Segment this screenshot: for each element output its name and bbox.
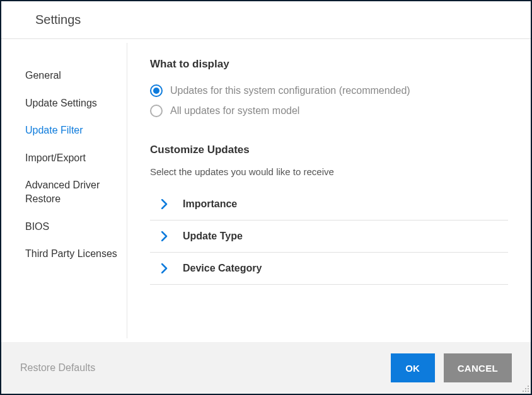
svg-point-1 [525, 388, 526, 389]
radio-option-all-updates[interactable]: All updates for system model [150, 101, 508, 121]
customize-updates-title: Customize Updates [150, 144, 508, 156]
header: Settings [1, 1, 531, 39]
radio-option-system-config[interactable]: Updates for this system configuration (r… [150, 81, 508, 101]
radio-label: Updates for this system configuration (r… [170, 85, 410, 96]
sidebar-item-label: Update Settings [25, 98, 97, 108]
svg-point-0 [528, 386, 529, 387]
accordion-label: Device Category [183, 263, 262, 274]
main-panel: What to display Updates for this system … [127, 39, 531, 342]
ok-button[interactable]: OK [391, 353, 435, 382]
content-area: General Update Settings Update Filter Im… [1, 39, 531, 342]
accordion-label: Update Type [183, 231, 243, 242]
display-radio-group: Updates for this system configuration (r… [150, 81, 508, 121]
sidebar-item-label: General [25, 70, 61, 81]
cancel-button[interactable]: CANCEL [444, 353, 512, 382]
resize-grip-icon[interactable] [522, 385, 529, 392]
svg-point-5 [528, 391, 529, 392]
chevron-right-icon [161, 231, 168, 241]
sidebar-item-label: Update Filter [25, 125, 83, 135]
sidebar-item-label: BIOS [25, 221, 49, 232]
svg-point-4 [525, 391, 526, 392]
svg-point-3 [523, 391, 524, 392]
radio-icon [150, 84, 163, 97]
accordion-label: Importance [183, 198, 237, 210]
chevron-right-icon [161, 263, 168, 273]
accordion-importance[interactable]: Importance [150, 188, 508, 220]
footer: Restore Defaults OK CANCEL [1, 342, 531, 394]
sidebar-item-label: Advanced Driver Restore [25, 180, 100, 204]
page-title: Settings [35, 13, 531, 27]
sidebar-item-general[interactable]: General [25, 62, 127, 89]
sidebar-item-label: Third Party Licenses [25, 248, 117, 259]
sidebar-item-update-filter[interactable]: Update Filter [25, 117, 127, 144]
radio-label: All updates for system model [170, 105, 299, 117]
sidebar-item-update-settings[interactable]: Update Settings [25, 89, 127, 117]
chevron-right-icon [161, 199, 168, 209]
sidebar: General Update Settings Update Filter Im… [1, 43, 127, 338]
sidebar-item-label: Import/Export [25, 152, 86, 163]
customize-updates-subtitle: Select the updates you would like to rec… [150, 166, 508, 177]
sidebar-item-advanced-driver-restore[interactable]: Advanced Driver Restore [25, 171, 127, 212]
accordion-device-category[interactable]: Device Category [150, 253, 508, 285]
sidebar-item-import-export[interactable]: Import/Export [25, 144, 127, 172]
radio-icon [150, 105, 163, 117]
svg-point-2 [528, 388, 529, 389]
footer-buttons: OK CANCEL [391, 353, 512, 382]
sidebar-item-third-party-licenses[interactable]: Third Party Licenses [25, 240, 127, 268]
accordion-update-type[interactable]: Update Type [150, 220, 508, 253]
restore-defaults-link[interactable]: Restore Defaults [20, 362, 95, 374]
sidebar-item-bios[interactable]: BIOS [25, 213, 127, 241]
what-to-display-title: What to display [150, 58, 508, 71]
